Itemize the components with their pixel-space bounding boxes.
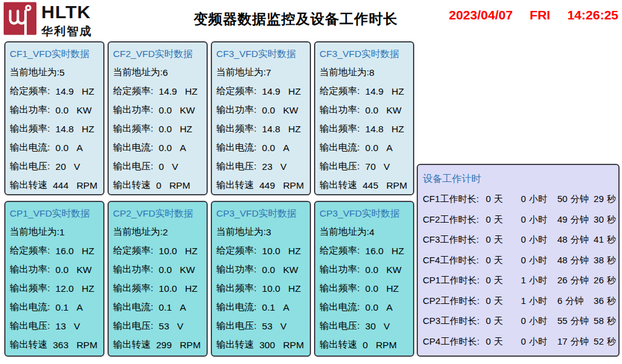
panel-title: CP3_VFD实时数据	[216, 204, 306, 223]
row-unit: A	[77, 143, 83, 153]
set-freq-row: 给定频率:16.0HZ	[10, 241, 99, 260]
timer-label: CF3工作时长:	[423, 234, 486, 246]
row-unit: V	[74, 321, 80, 332]
row-unit: HZ	[180, 124, 193, 135]
vfd-panel-cf4: CF3_VFD实时数据 当前地址为:8 给定频率:14.9HZ 输出功率:0.0…	[314, 41, 414, 195]
set-freq-row: 给定频率:16.0HZ	[320, 241, 409, 260]
row-unit: A	[180, 143, 186, 153]
row-value: 0.0	[159, 105, 172, 116]
hours-unit: 小时	[529, 295, 547, 306]
hours-segment: 1小时	[521, 295, 558, 307]
hours-value: 0	[521, 214, 526, 224]
panel-title: CF3_VFD实时数据	[320, 45, 409, 63]
row-label: 输出电流:	[320, 301, 360, 314]
address-row: 当前地址为:6	[113, 63, 202, 82]
row-label: 输出电压:	[320, 160, 360, 173]
row-label: 输出电流:	[216, 141, 256, 154]
out-freq-row: 输出频率:14.8HZ	[10, 120, 99, 138]
row-label: 输出功率:	[113, 104, 153, 116]
minutes-value: 17	[557, 336, 567, 346]
row-value: 14.8	[365, 124, 383, 135]
seconds-segment: 41秒	[593, 234, 616, 246]
row-unit: RPM	[180, 340, 200, 351]
brand-subname: 华利智成	[41, 24, 92, 39]
row-unit: RPM	[386, 180, 407, 191]
row-value: 14.8	[55, 124, 73, 135]
out-speed-row: 输出转速449RPM	[216, 176, 306, 195]
out-power-row: 输出功率:0.0KW	[320, 260, 409, 279]
row-label: 给定频率:	[113, 244, 153, 257]
row-value: 70	[365, 161, 375, 172]
row-unit: A	[180, 302, 186, 313]
days-value: 0	[486, 234, 491, 244]
row-value: 14.9	[262, 86, 280, 97]
vfd-panel-cp2: CP2_VFD实时数据 当前地址为:2 给定频率:10.0HZ 输出功率:0.0…	[108, 201, 208, 357]
row-label: 输出电流:	[113, 301, 153, 314]
row-unit: RPM	[283, 180, 304, 191]
address-row: 当前地址为:3	[216, 223, 306, 241]
out-freq-row: 输出频率:10.0HZ	[113, 279, 202, 298]
days-value: 0	[486, 295, 491, 306]
row-label: 输出电压:	[113, 320, 153, 332]
row-label: 输出功率:	[320, 263, 360, 276]
row-label: 输出转速	[10, 179, 47, 192]
row-unit: RPM	[77, 340, 97, 351]
row-label: 输出转速	[216, 339, 254, 351]
seconds-unit: 秒	[607, 255, 616, 265]
days-unit: 天	[494, 315, 503, 326]
out-power-row: 输出功率:0.0KW	[216, 101, 306, 120]
row-label: 输出频率:	[216, 123, 256, 135]
out-voltage-row: 输出电压:70V	[320, 157, 409, 176]
minutes-unit: 分钟	[570, 255, 589, 265]
row-value: 0	[156, 180, 162, 191]
company-logo-icon	[4, 2, 36, 35]
timer-label: CP2工作时长:	[423, 295, 486, 307]
days-value: 0	[486, 255, 491, 265]
row-label: 输出功率:	[10, 263, 50, 276]
address-label: 当前地址为:	[216, 66, 266, 79]
out-freq-row: 输出频率:0.0HZ	[320, 279, 409, 298]
row-unit: RPM	[169, 180, 190, 191]
out-freq-row: 输出频率:12.0HZ	[10, 279, 99, 298]
address-value: 7	[266, 67, 272, 78]
row-unit: KW	[180, 105, 195, 116]
hours-unit: 小时	[529, 214, 547, 224]
row-value: 10.0	[262, 283, 280, 294]
address-label: 当前地址为:	[113, 66, 163, 79]
seconds-value: 58	[593, 315, 604, 326]
timer-label: CP4工作时长:	[423, 336, 486, 348]
row-label: 输出电流:	[10, 141, 50, 154]
seconds-segment: 38秒	[593, 255, 616, 266]
row-label: 输出转速	[113, 179, 151, 192]
row-label: 输出频率:	[10, 282, 50, 295]
row-unit: V	[384, 161, 390, 172]
days-segment: 0天	[486, 275, 521, 286]
minutes-value: 49	[557, 214, 567, 224]
hours-segment: 0小时	[521, 336, 558, 348]
address-label: 当前地址为:	[10, 226, 60, 238]
days-unit: 天	[494, 275, 503, 285]
out-current-row: 输出电流:0.0A	[320, 138, 409, 157]
row-unit: RPM	[77, 180, 97, 191]
row-value: 0.0	[365, 283, 378, 294]
row-label: 输出功率:	[320, 104, 360, 116]
row-label: 给定频率:	[216, 244, 256, 257]
row-unit: KW	[283, 265, 298, 275]
row-label: 输出功率:	[216, 263, 256, 276]
timer-row-cf1: CF1工作时长:0天0小时50分钟29秒	[423, 189, 616, 210]
panel-title: CP1_VFD实时数据	[10, 204, 99, 223]
device-work-timer-panel: 设备工作计时 CF1工作时长:0天0小时50分钟29秒 CF2工作时长:0天0小…	[417, 164, 620, 357]
hours-value: 0	[521, 255, 526, 265]
row-unit: HZ	[81, 283, 94, 294]
address-value: 1	[60, 227, 65, 238]
row-value: 0.0	[55, 105, 69, 116]
days-segment: 0天	[486, 295, 521, 307]
out-voltage-row: 输出电压:20V	[10, 157, 99, 176]
hours-segment: 0小时	[521, 214, 558, 226]
hours-unit: 小时	[529, 336, 547, 346]
timer-row-cp4: CP4工作时长:0天0小时17分钟52秒	[423, 332, 616, 352]
row-value: 16.0	[55, 246, 73, 257]
set-freq-row: 给定频率:10.0HZ	[216, 241, 306, 260]
row-unit: HZ	[288, 283, 301, 294]
out-voltage-row: 输出电压:53V	[216, 317, 306, 335]
